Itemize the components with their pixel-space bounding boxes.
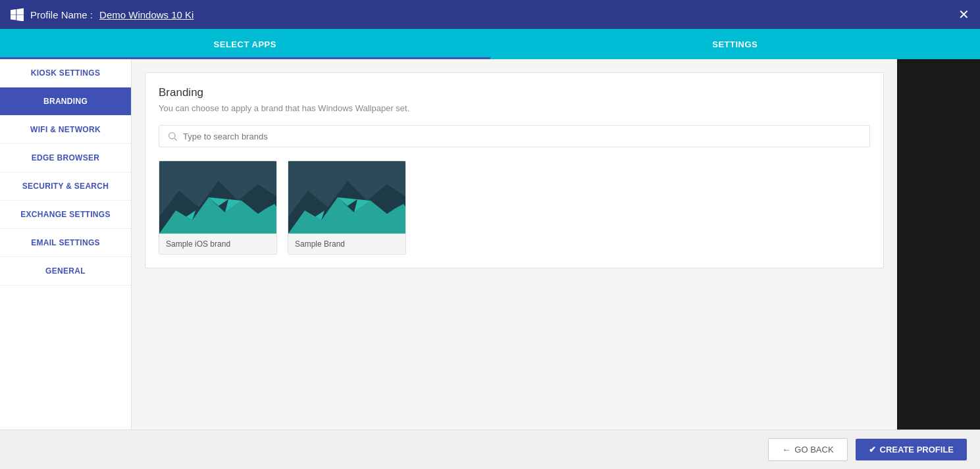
profile-name: Demo Windows 10 Ki — [99, 9, 193, 20]
footer: ← GO BACK ✔ CREATE PROFILE — [0, 430, 980, 469]
svg-line-1 — [174, 138, 177, 141]
brand-card-ios[interactable]: Sample iOS brand — [159, 160, 277, 255]
main-layout: KIOSK SETTINGS BRANDING WIFI & NETWORK E… — [0, 59, 980, 430]
sidebar-item-email-settings[interactable]: EMAIL SETTINGS — [0, 229, 131, 257]
sidebar-item-branding[interactable]: BRANDING — [0, 87, 131, 116]
profile-label: Profile Name : — [30, 9, 93, 20]
tab-settings[interactable]: SETTINGS — [490, 29, 981, 59]
sidebar-item-kiosk-settings[interactable]: KIOSK SETTINGS — [0, 59, 131, 87]
sidebar-item-wifi-network[interactable]: WIFI & NETWORK — [0, 116, 131, 144]
create-profile-button[interactable]: ✔ CREATE PROFILE — [856, 439, 967, 460]
sidebar-item-edge-browser[interactable]: EDGE BROWSER — [0, 144, 131, 172]
go-back-label: GO BACK — [794, 445, 833, 455]
windows-logo-icon — [11, 8, 24, 21]
content-area: Branding You can choose to apply a brand… — [132, 59, 897, 430]
brand-card-image-ios — [159, 161, 277, 234]
brand-card-sample[interactable]: Sample Brand — [288, 160, 406, 255]
brand-card-image-sample — [288, 161, 406, 234]
content-card: Branding You can choose to apply a brand… — [145, 72, 884, 268]
search-icon — [167, 131, 178, 141]
tab-bar: SELECT APPS SETTINGS — [0, 29, 980, 59]
brand-card-label-ios: Sample iOS brand — [159, 234, 276, 254]
svg-point-0 — [169, 133, 175, 139]
create-profile-label: CREATE PROFILE — [880, 445, 954, 455]
branding-title: Branding — [159, 86, 870, 99]
title-bar-left: Profile Name : Demo Windows 10 Ki — [11, 8, 193, 21]
go-back-button[interactable]: ← GO BACK — [768, 438, 847, 461]
branding-subtitle: You can choose to apply a brand that has… — [159, 103, 870, 113]
tab-select-apps[interactable]: SELECT APPS — [0, 29, 490, 59]
sidebar-item-security-search[interactable]: SECURITY & SEARCH — [0, 172, 131, 201]
title-bar: Profile Name : Demo Windows 10 Ki ✕ — [0, 0, 980, 29]
go-back-arrow-icon: ← — [782, 445, 790, 455]
brand-cards: Sample iOS brand — [159, 160, 870, 255]
close-button[interactable]: ✕ — [958, 8, 969, 21]
right-panel — [897, 59, 980, 430]
sidebar-item-general[interactable]: GENERAL — [0, 257, 131, 285]
search-container — [159, 125, 870, 147]
brand-card-label-sample: Sample Brand — [288, 234, 405, 254]
checkmark-icon: ✔ — [869, 445, 876, 455]
sidebar-item-exchange-settings[interactable]: EXCHANGE SETTINGS — [0, 201, 131, 229]
search-input[interactable] — [183, 132, 862, 141]
sidebar: KIOSK SETTINGS BRANDING WIFI & NETWORK E… — [0, 59, 132, 430]
